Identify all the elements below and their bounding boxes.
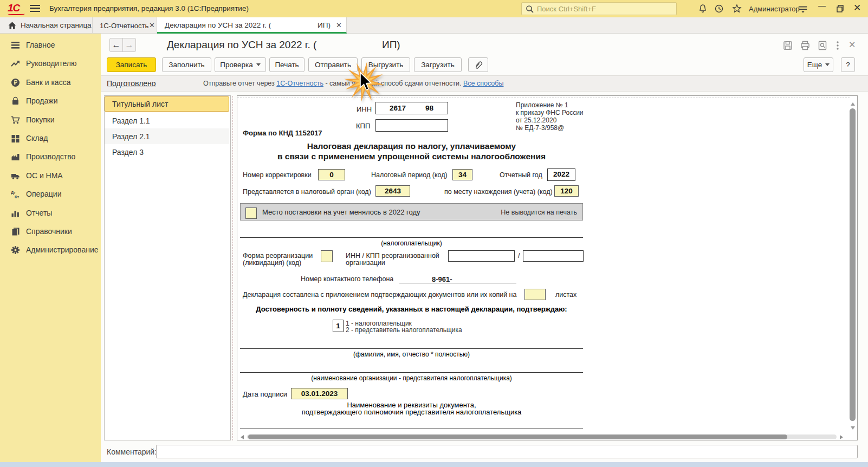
attach-label: Декларация составлена с приложением подт… [243,291,516,299]
form-title-line1: Налоговая декларация по налогу, уплачива… [240,141,583,151]
sidebar-item-prodazhi[interactable]: Продажи [0,92,101,110]
sidebar-item-rukovoditelyu[interactable]: Руководителю [0,54,101,73]
location-field[interactable]: 120 [554,185,579,197]
status-state-link[interactable]: Подготовлено [107,79,156,88]
history-icon[interactable] [714,4,724,14]
sidebar-item-sklad[interactable]: Склад [0,129,101,147]
location-label: по месту нахождения (учета) (код) [444,188,553,196]
page-boundary-dash [237,98,850,98]
bag-icon [11,96,20,106]
search-placeholder: Поиск Ctrl+Shift+F [537,5,596,13]
nav-back-button[interactable]: ← [109,38,123,52]
sidebar-item-os-nma[interactable]: ОС и НМА [0,166,101,185]
app-window: 1С Бухгалтерия предприятия, редакция 3.0… [0,0,868,467]
sign-date-field[interactable]: 03.01.2023 [291,388,348,399]
correction-field[interactable]: 0 [318,169,345,180]
search-input[interactable]: Поиск Ctrl+Shift+F [521,2,677,15]
phone-value[interactable]: 8-961- [432,275,452,283]
reporting-link[interactable]: 1С-Отчетность [276,80,323,87]
who-field[interactable]: 1 [333,320,344,332]
save-button[interactable]: Записать [107,57,156,72]
hscroll-right-arrow[interactable] [840,435,843,439]
vscroll-down-arrow[interactable] [851,426,855,430]
section-item-3[interactable]: Раздел 3 [105,144,229,160]
print-icon[interactable] [800,41,810,50]
restore-button[interactable] [836,4,845,13]
sidebar-item-spravochniki[interactable]: Справочники [0,222,101,241]
titlebar: 1С Бухгалтерия предприятия, редакция 3.0… [0,0,868,17]
bottom-line [240,429,583,429]
user-menu-icon[interactable] [798,5,808,15]
all-ways-link[interactable]: Все способы [463,80,503,87]
attach-pages-field[interactable] [524,289,546,300]
preview-icon[interactable] [818,41,827,50]
panel-splitter[interactable] [232,96,233,440]
tab-close-icon[interactable]: ✕ [149,21,155,29]
nav-forward-button[interactable]: → [122,38,136,52]
section-item-1-1[interactable]: Раздел 1.1 [105,113,229,128]
fio-caption: (фамилия, имя, отчество * полностью) [240,351,583,358]
favorites-star-icon[interactable] [732,4,742,14]
period-label: Налоговый период (код) [371,171,448,179]
reorg-label-1: Форма реорганизации [243,252,313,260]
check-button[interactable]: Проверка [215,57,266,72]
more-button[interactable]: Еще [804,57,833,72]
hscroll-left-arrow[interactable] [241,435,244,439]
factory-icon [11,152,20,161]
reorg-inn-label-1: ИНН / КПП реорганизованной [346,252,439,260]
user-name[interactable]: Администратор [749,5,800,13]
sidebar: Главное Руководителю Банк и касса Продаж… [0,34,101,463]
sidebar-item-otchety[interactable]: Отчеты [0,204,101,222]
registration-change-checkbox[interactable] [245,207,257,219]
chevron-down-icon [825,63,830,66]
more-dots-icon[interactable] [835,41,840,50]
vscroll-up-arrow[interactable] [851,102,855,106]
paperclip-icon [474,60,483,70]
kpp-field[interactable] [375,119,448,132]
tab-close-icon[interactable]: ✕ [336,21,342,29]
cart-icon [11,115,20,125]
document-close-icon[interactable]: ✕ [848,40,856,50]
section-item-title-page[interactable]: Титульный лист [105,96,229,112]
org-line [240,372,583,373]
save-icon[interactable] [783,41,793,50]
year-field[interactable]: 2022 [547,168,575,181]
registration-change-label: Место постановки на учет менялось в 2022… [262,208,420,216]
section-item-2-1[interactable]: Раздел 2.1 [105,128,229,144]
tab-declaration-label-suffix: ИП) [318,21,331,29]
comment-input[interactable] [156,445,858,458]
minimize-button[interactable]: — [818,1,826,10]
reorg-code-field[interactable] [321,250,333,262]
sidebar-item-proizvodstvo[interactable]: Производство [0,147,101,166]
load-button[interactable]: Загрузить [414,57,462,72]
print-button[interactable]: Печать [269,57,305,72]
main-menu-icon[interactable] [30,5,40,12]
dt-kt-icon: ДтКт [11,190,20,199]
fill-button[interactable]: Заполнить [162,57,211,72]
vscrollbar-thumb[interactable] [850,108,856,421]
inn-label: ИНН [357,105,372,113]
sidebar-item-pokupki[interactable]: Покупки [0,111,101,129]
tab-reporting[interactable]: 1С-Отчетность ✕ [93,17,157,34]
period-field[interactable]: 34 [452,169,472,180]
sidebar-item-glavnoe[interactable]: Главное [0,36,101,54]
authority-field[interactable]: 2643 [375,185,410,197]
sidebar-item-operacii[interactable]: ДтКт Операции [0,185,101,203]
confirm-title: Достоверность и полноту сведений, указан… [240,305,583,313]
reorg-inn-field[interactable] [448,250,515,262]
not-printed-label: Не выводится на печать [501,209,577,216]
tab-reporting-label: 1С-Отчетность [100,22,148,30]
notifications-bell-icon[interactable] [698,4,708,14]
tab-declaration[interactable]: Декларация по УСН за 2022 г. ( ИП) ✕ [157,17,347,34]
sidebar-item-administrirovanie[interactable]: Администрирование [0,241,101,259]
form-title-line2: в связи с применением упрощенной системы… [240,152,583,161]
slash-label: / [518,252,520,260]
window-close-button[interactable]: ✕ [853,2,861,14]
phone-line [399,283,516,283]
reorg-kpp-field[interactable] [523,250,584,262]
tab-home[interactable]: Начальная страница [0,17,93,34]
sidebar-item-bank[interactable]: Банк и касса [0,73,101,92]
hscrollbar-thumb[interactable] [248,434,787,439]
attachments-button[interactable] [468,57,488,72]
help-button[interactable]: ? [841,57,855,72]
